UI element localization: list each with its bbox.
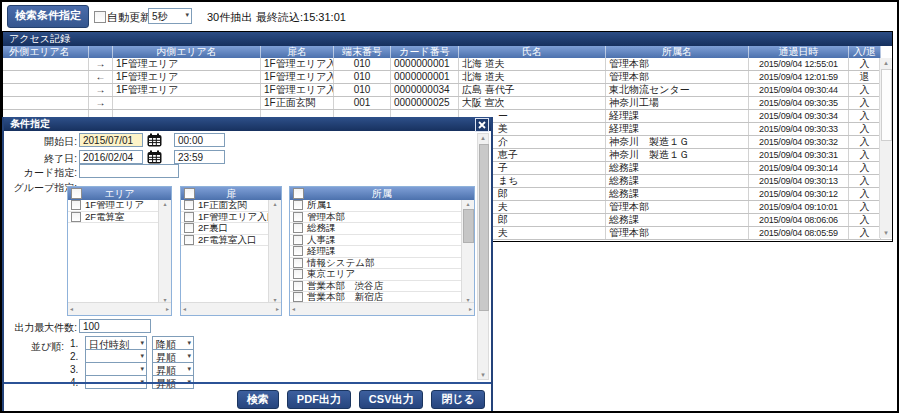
item-label: 所属1 [307,200,331,210]
sort-field-select[interactable]: 日付時刻▾ [85,336,147,350]
cell-outer [3,97,89,109]
cell-inout: 入 [849,136,881,148]
last-load-time: 最終読込:15:31:01 [256,10,346,25]
dialog-separator [4,382,491,384]
sort-order-select[interactable]: 降順▾ [152,336,194,350]
item-checkbox[interactable] [293,223,303,233]
cell-dept: 神奈川 製造１Ｇ [606,149,749,161]
item-checkbox[interactable] [293,235,303,245]
close-dialog-button[interactable]: 閉じる [431,390,485,409]
item-checkbox[interactable] [71,200,81,210]
search-condition-button[interactable]: 検索条件指定 [7,5,89,28]
item-checkbox[interactable] [293,258,303,268]
csv-output-button[interactable]: CSV出力 [359,390,424,409]
end-time-input[interactable]: 23:59 [174,150,225,164]
item-checkbox[interactable] [184,212,194,222]
cell-datetime: 2015/09/04 09:30:33 [749,123,849,135]
item-checkbox[interactable] [293,246,303,256]
cell-dept: 神奈川 製造１Ｇ [606,136,749,148]
scroll-up-icon[interactable]: ▴ [159,200,171,207]
table-row[interactable]: →1F管理エリア1F管理エリア入口0100000000034広島 喜代子東北物流… [3,84,892,97]
scroll-down-icon[interactable]: ▾ [880,229,892,237]
max-count-input[interactable]: 100 [79,319,151,333]
listbox-hscrollbar[interactable]: ◂▸ [181,302,281,315]
scroll-thumb[interactable] [463,209,474,243]
item-checkbox[interactable] [184,223,194,233]
item-checkbox[interactable] [293,212,303,222]
start-date-row: 開始日: 2015/07/01 00:00 [4,133,491,147]
end-date-calendar-button[interactable] [147,150,163,164]
sort-field-select[interactable]: ▾ [85,362,147,376]
sort-order-select[interactable]: 昇順▾ [152,349,194,363]
list-item[interactable]: 2F電算室入口 [181,235,269,247]
item-checkbox[interactable] [184,235,194,245]
item-checkbox[interactable] [293,269,303,279]
listbox-hscrollbar[interactable]: ◂▸ [290,302,474,315]
cell-inout: 入 [849,110,881,122]
item-label: 2F裏口 [198,222,228,233]
scroll-left-icon[interactable]: ◂ [183,305,186,312]
cell-dir: → [89,97,113,109]
scroll-up-icon[interactable]: ▴ [269,200,281,207]
item-label: 1F管理エリア入口 [198,211,269,222]
sort-row: 1.日付時刻▾降順▾ [4,336,491,350]
access-records-title: アクセス記録 [3,32,892,46]
card-spec-input[interactable] [79,164,179,178]
close-button[interactable] [475,118,489,132]
dialog-buttons: 検索PDF出力CSV出力閉じる [229,389,485,406]
sort-order-select[interactable]: 昇順▾ [152,362,194,376]
column-header [89,46,113,58]
scroll-down-icon[interactable]: ▾ [478,371,488,379]
item-checkbox[interactable] [71,212,81,222]
item-checkbox[interactable] [184,200,194,210]
listbox-vscrollbar[interactable]: ▴▾ [158,200,171,303]
auto-update-checkbox[interactable] [94,11,106,23]
cell-inout: 入 [849,175,881,187]
cell-door: 1F管理エリア入口 [261,58,334,70]
cell-dir: → [89,84,113,96]
item-checkbox[interactable] [293,292,303,302]
listbox-vscrollbar[interactable]: ▴▾ [461,200,474,303]
scroll-up-icon[interactable]: ▴ [880,59,892,67]
item-label: 営業本部 渋谷店 [307,280,383,291]
table-row[interactable]: →1F管理エリア1F管理エリア入口0100000000001北海 道夫管理本部2… [3,58,892,71]
scroll-left-icon[interactable]: ◂ [292,305,295,312]
end-date-input[interactable]: 2016/02/04 [79,150,143,164]
select-all-checkbox[interactable] [184,188,195,199]
scroll-up-icon[interactable]: ▴ [462,200,474,207]
listbox-vscrollbar[interactable]: ▴▾ [268,200,281,303]
list-item[interactable]: 2F電算室 [68,212,159,224]
search-button[interactable]: 検索 [237,390,279,409]
select-all-checkbox[interactable] [71,188,82,199]
table-row[interactable]: →1F正面玄関0010000000025大阪 宣次神奈川工場2015/09/04… [3,97,892,110]
scroll-thumb[interactable] [479,144,489,311]
max-count-label: 出力最大件数: [4,321,77,335]
cell-inner: 1F管理エリア [113,71,261,83]
select-all-checkbox[interactable] [293,188,304,199]
column-header: 内側エリア名 [113,46,261,58]
item-checkbox[interactable] [293,200,303,210]
listbox-header: 扉 [181,187,281,200]
table-scrollbar[interactable]: ▴ ▾ [879,58,892,238]
start-date-calendar-button[interactable] [147,133,163,147]
condition-dialog: 条件指定 開始日: 2015/07/01 00:00 終了日: [2,117,493,413]
cell-outer [3,71,89,83]
listbox-header: エリア [68,187,171,200]
start-time-input[interactable]: 00:00 [174,133,225,147]
scroll-right-icon[interactable]: ▸ [276,305,279,312]
pdf-output-button[interactable]: PDF出力 [287,390,351,409]
item-checkbox[interactable] [293,281,303,291]
scroll-up-icon[interactable]: ▴ [478,134,488,142]
listbox-hscrollbar[interactable]: ◂▸ [68,302,171,315]
scroll-right-icon[interactable]: ▸ [166,305,169,312]
scroll-thumb[interactable] [881,69,892,141]
scroll-right-icon[interactable]: ▸ [469,305,472,312]
dialog-scrollbar[interactable]: ▴ ▾ [477,133,489,380]
cell-datetime: 2015/09/04 08:06:06 [749,214,849,226]
table-row[interactable]: ←1F管理エリア1F管理エリア入口0100000000001北海 道夫管理本部2… [3,71,892,84]
interval-select[interactable]: 5秒 ▾ [148,8,192,24]
start-date-input[interactable]: 2015/07/01 [79,133,143,147]
cell-terminal: 010 [334,58,391,70]
scroll-left-icon[interactable]: ◂ [70,305,73,312]
sort-field-select[interactable]: ▾ [85,349,147,363]
